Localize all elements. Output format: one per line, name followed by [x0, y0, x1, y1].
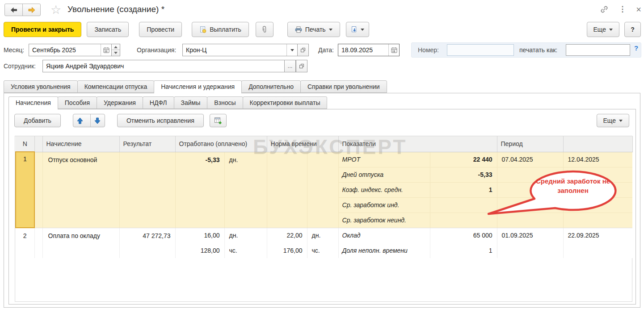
- pay-button[interactable]: Выплатить: [192, 22, 249, 37]
- organization-open-button[interactable]: [297, 44, 309, 56]
- period-to[interactable]: [563, 213, 632, 228]
- subtab-deductions[interactable]: Удержания: [97, 96, 143, 109]
- indicator-value[interactable]: 22 440: [430, 152, 497, 167]
- row1-n-cell-selected[interactable]: 1: [16, 152, 34, 228]
- step-down-icon[interactable]: [112, 50, 120, 56]
- period-from[interactable]: 01.09.2025: [497, 228, 563, 243]
- move-down-button[interactable]: [90, 114, 105, 127]
- period-to[interactable]: 22.09.2025: [563, 228, 632, 243]
- subtab-benefits[interactable]: Пособия: [58, 96, 97, 109]
- row1-accrual[interactable]: Отпуск основной: [42, 152, 119, 228]
- date-input[interactable]: 18.09.2025: [338, 44, 400, 56]
- indicator-name[interactable]: Доля неполн. времени: [338, 243, 430, 258]
- col-norm[interactable]: Норма времени: [267, 136, 338, 152]
- favorite-star-icon[interactable]: ☆: [51, 3, 61, 17]
- indicator-value[interactable]: [430, 213, 497, 228]
- norm-value[interactable]: 22,00: [267, 228, 307, 243]
- back-button[interactable]: [4, 4, 23, 16]
- indicator-value[interactable]: 1: [430, 243, 497, 258]
- subtab-accruals[interactable]: Начисления: [8, 96, 58, 109]
- period-from[interactable]: 07.04.2025: [497, 152, 563, 167]
- col-worked[interactable]: Отработано (оплачено): [175, 136, 267, 152]
- indicator-name[interactable]: Оклад: [338, 228, 430, 243]
- print-as-help-icon[interactable]: ?: [634, 44, 638, 52]
- period-to[interactable]: [563, 243, 632, 258]
- print-as-input[interactable]: [566, 44, 630, 56]
- worked-value[interactable]: 128,00: [175, 243, 224, 258]
- indicator-name[interactable]: Ср. заработок неинд.: [338, 213, 430, 228]
- indicator-value[interactable]: 65 000: [430, 228, 497, 243]
- close-icon[interactable]: ×: [636, 5, 641, 13]
- post-button[interactable]: Провести: [139, 22, 182, 37]
- indicator-name[interactable]: Ср. заработок инд.: [338, 197, 430, 213]
- indicator-value[interactable]: 1: [430, 182, 497, 197]
- indicator-name[interactable]: Коэф. индекс. средн.: [338, 182, 430, 197]
- move-up-button[interactable]: [73, 114, 87, 127]
- employee-open-button[interactable]: [296, 60, 307, 72]
- indicator-value[interactable]: -5,33: [430, 167, 497, 182]
- col-accrual[interactable]: Начисление: [42, 136, 119, 152]
- indicator-value[interactable]: [430, 197, 497, 213]
- period-from[interactable]: [497, 182, 563, 197]
- subtab-loans[interactable]: Займы: [174, 96, 208, 109]
- add-indicator-column-button[interactable]: [210, 114, 227, 127]
- worked-value[interactable]: 16,00: [175, 228, 224, 243]
- dropdown-icon[interactable]: [286, 44, 297, 56]
- tab-accruals-deductions[interactable]: Начисления и удержания: [154, 80, 242, 93]
- row2-result[interactable]: 47 272,73: [119, 228, 175, 258]
- period-to[interactable]: [563, 197, 632, 213]
- tab-dismissal-terms[interactable]: Условия увольнения: [4, 80, 78, 93]
- period-to[interactable]: [563, 182, 632, 197]
- calendar-icon[interactable]: [101, 44, 111, 56]
- month-stepper[interactable]: [111, 44, 120, 56]
- period-from[interactable]: [497, 213, 563, 228]
- step-up-icon[interactable]: [112, 44, 120, 50]
- accruals-grid[interactable]: N Начисление Результат Отработано (оплач…: [15, 136, 633, 258]
- print-button[interactable]: Печать: [287, 22, 340, 37]
- write-button[interactable]: Записать: [87, 22, 129, 37]
- number-input[interactable]: [447, 44, 514, 56]
- employee-input[interactable]: Яцкив Андрей Эдуардович: [42, 60, 285, 72]
- col-period[interactable]: Период: [497, 136, 563, 152]
- subtab-ndfl[interactable]: НДФЛ: [143, 96, 174, 109]
- row1-norm-value[interactable]: [267, 152, 307, 228]
- export-button[interactable]: [346, 22, 369, 37]
- calendar-icon[interactable]: [388, 44, 399, 56]
- organization-input[interactable]: Крон-Ц: [182, 44, 298, 56]
- period-from[interactable]: [497, 243, 563, 258]
- help-button[interactable]: ?: [624, 22, 641, 37]
- norm-value[interactable]: 176,00: [267, 243, 307, 258]
- add-row-button[interactable]: Добавить: [14, 114, 61, 127]
- period-to[interactable]: 12.04.2025: [563, 152, 632, 167]
- employee-value: Яцкив Андрей Эдуардович: [43, 63, 284, 70]
- subtab-contributions[interactable]: Взносы: [207, 96, 243, 109]
- row2-accrual[interactable]: Оплата по окладу: [42, 228, 119, 258]
- list-more-button[interactable]: Еще: [597, 114, 630, 127]
- more-button[interactable]: Еще: [587, 22, 620, 37]
- tab-vacation-compensation[interactable]: Компенсации отпуска: [77, 80, 155, 93]
- col-n[interactable]: N: [16, 136, 34, 152]
- period-from[interactable]: [497, 167, 563, 182]
- subtab-payment-adjustments[interactable]: Корректировки выплаты: [243, 96, 328, 109]
- row2-n-cell[interactable]: 2: [16, 228, 34, 258]
- indicator-name[interactable]: Дней отпуска: [338, 167, 430, 182]
- forward-button[interactable]: [22, 4, 41, 16]
- tab-additional[interactable]: Дополнительно: [241, 80, 301, 93]
- employee-select-button[interactable]: ...: [284, 60, 296, 72]
- table-row[interactable]: 2 Оплата по окладу 47 272,73 16,00 дн. 2…: [16, 228, 632, 243]
- link-icon[interactable]: [600, 5, 609, 13]
- attachments-button[interactable]: [256, 22, 274, 37]
- table-row[interactable]: 1 Отпуск основной -5,33 дн. МРОТ 22 440 …: [16, 152, 632, 167]
- tab-dismissal-certificates[interactable]: Справки при увольнении: [300, 80, 387, 93]
- period-from[interactable]: [497, 197, 563, 213]
- row1-result[interactable]: [119, 152, 175, 228]
- col-indicators[interactable]: Показатели: [338, 136, 497, 152]
- menu-dots-icon[interactable]: ⋮: [619, 5, 626, 13]
- indicator-name[interactable]: МРОТ: [338, 152, 430, 167]
- month-input[interactable]: Сентябрь 2025: [29, 44, 112, 56]
- row1-worked-value[interactable]: -5,33: [175, 152, 224, 228]
- undo-fixes-button[interactable]: Отменить исправления: [117, 114, 204, 127]
- post-and-close-button[interactable]: Провести и закрыть: [4, 22, 81, 37]
- col-result[interactable]: Результат: [119, 136, 175, 152]
- period-to[interactable]: [563, 167, 632, 182]
